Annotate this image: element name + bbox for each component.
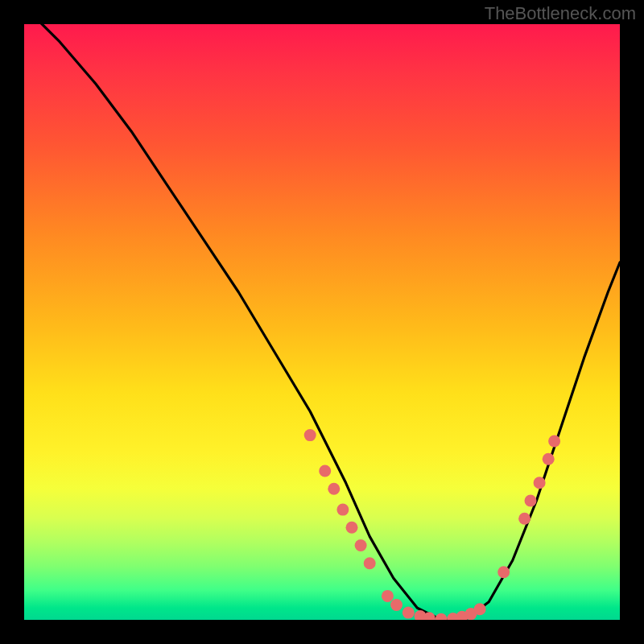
data-points xyxy=(304,429,560,620)
data-point xyxy=(382,590,394,602)
data-point xyxy=(402,607,415,619)
data-point xyxy=(518,513,530,525)
data-point xyxy=(364,557,376,569)
data-point xyxy=(390,599,402,611)
data-point xyxy=(497,566,510,578)
data-point xyxy=(534,477,546,489)
data-point xyxy=(319,465,331,477)
chart-plot-area xyxy=(24,24,620,620)
data-point xyxy=(474,603,486,615)
chart-svg xyxy=(24,24,620,620)
data-point xyxy=(304,429,316,441)
curve-path xyxy=(24,24,620,620)
data-point xyxy=(436,613,448,620)
data-point xyxy=(328,483,340,495)
data-point xyxy=(336,504,349,516)
data-point xyxy=(525,495,537,507)
data-point xyxy=(346,522,358,534)
data-point xyxy=(355,539,367,551)
data-point xyxy=(548,436,560,448)
bottleneck-curve xyxy=(24,24,620,620)
data-point xyxy=(543,453,555,465)
watermark-text: TheBottleneck.com xyxy=(485,3,636,24)
